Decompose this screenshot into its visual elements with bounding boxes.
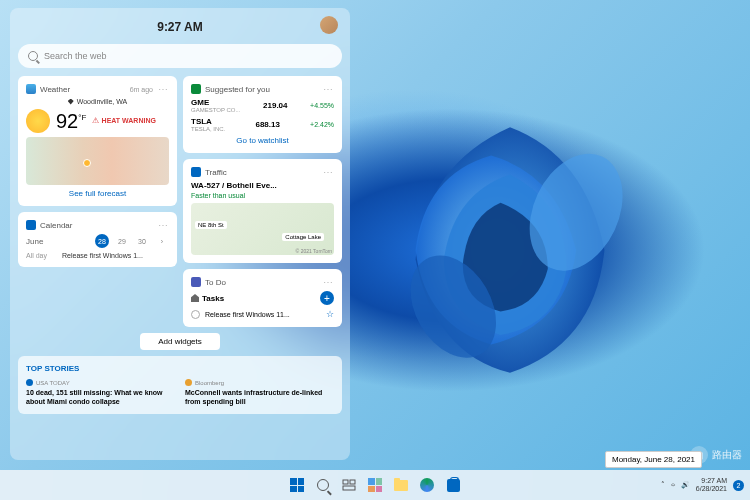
add-task-button[interactable]: + xyxy=(320,291,334,305)
calendar-card[interactable]: Calendar ⋯ June 28 29 30 › All day Relea… xyxy=(18,212,177,267)
tray-clock[interactable]: 9:27 AM 6/28/2021 xyxy=(696,477,727,494)
star-icon[interactable]: ☆ xyxy=(326,309,334,319)
calendar-icon xyxy=(26,220,36,230)
wifi-icon[interactable]: ⌔ xyxy=(671,482,675,489)
stocks-icon xyxy=(191,84,201,94)
search-box[interactable]: Search the web xyxy=(18,44,342,68)
svg-rect-4 xyxy=(343,486,355,490)
store-icon xyxy=(447,479,460,492)
news-item[interactable]: USA TODAY 10 dead, 151 still missing: Wh… xyxy=(26,379,175,406)
traffic-card[interactable]: Traffic ⋯ WA-527 / Bothell Eve... Faster… xyxy=(183,159,342,263)
widgets-icon xyxy=(368,478,382,492)
more-icon[interactable]: ⋯ xyxy=(157,220,169,230)
checkbox-icon[interactable] xyxy=(191,310,200,319)
task-view-button[interactable] xyxy=(338,474,360,496)
warning-icon: ⚠ xyxy=(92,116,99,125)
pin-icon xyxy=(68,99,74,105)
todo-card[interactable]: To Do ⋯ Tasks + Release first Windows 11… xyxy=(183,269,342,327)
add-widgets-button[interactable]: Add widgets xyxy=(140,333,220,350)
news-item[interactable]: Bloomberg McConnell wants infrastructure… xyxy=(185,379,334,406)
widgets-panel: 9:27 AM Search the web Weather 6m ago ⋯ … xyxy=(10,8,350,460)
todo-icon xyxy=(191,277,201,287)
chevron-up-icon[interactable]: ˄ xyxy=(661,481,665,489)
store-button[interactable] xyxy=(442,474,464,496)
bloom-graphic xyxy=(320,80,700,420)
search-button[interactable] xyxy=(312,474,334,496)
news-section: TOP STORIES USA TODAY 10 dead, 151 still… xyxy=(18,356,342,414)
search-icon xyxy=(317,479,329,491)
system-tray[interactable]: ˄ ⌔ 🔊 9:27 AM 6/28/2021 2 xyxy=(661,477,744,494)
folder-icon xyxy=(394,480,408,491)
more-icon[interactable]: ⋯ xyxy=(322,84,334,94)
volume-icon[interactable]: 🔊 xyxy=(681,481,690,489)
more-icon[interactable]: ⋯ xyxy=(157,84,169,94)
edge-button[interactable] xyxy=(416,474,438,496)
widgets-button[interactable] xyxy=(364,474,386,496)
explorer-button[interactable] xyxy=(390,474,412,496)
home-icon xyxy=(191,294,199,302)
more-icon[interactable]: ⋯ xyxy=(322,167,334,177)
windows-icon xyxy=(290,478,304,492)
todo-item[interactable]: Release first Windows 11... ☆ xyxy=(191,309,334,319)
notification-badge[interactable]: 2 xyxy=(733,480,744,491)
taskbar: ˄ ⌔ 🔊 9:27 AM 6/28/2021 2 xyxy=(0,470,750,500)
traffic-icon xyxy=(191,167,201,177)
start-button[interactable] xyxy=(286,474,308,496)
svg-rect-2 xyxy=(343,480,348,484)
weather-map xyxy=(26,137,169,185)
stocks-card[interactable]: Suggested for you ⋯ GMEGAMESTOP CO... 21… xyxy=(183,76,342,153)
forecast-link[interactable]: See full forecast xyxy=(26,189,169,198)
svg-rect-3 xyxy=(350,480,355,484)
weather-card[interactable]: Weather 6m ago ⋯ Woodinville, WA 92°F ⚠ … xyxy=(18,76,177,206)
calendar-days[interactable]: 28 29 30 › xyxy=(95,234,169,248)
date-tooltip: Monday, June 28, 2021 xyxy=(605,451,702,468)
stock-row[interactable]: GMEGAMESTOP CO... 219.04 +4.55% xyxy=(191,98,334,113)
edge-icon xyxy=(420,478,434,492)
more-icon[interactable]: ⋯ xyxy=(322,277,334,287)
traffic-map: NE 8th St Cottage Lake © 2021 TomTom xyxy=(191,203,334,255)
taskview-icon xyxy=(342,478,356,492)
sun-icon xyxy=(26,109,50,133)
search-placeholder: Search the web xyxy=(44,51,107,61)
weather-icon xyxy=(26,84,36,94)
stock-row[interactable]: TSLATESLA, INC. 688.13 +2.42% xyxy=(191,117,334,132)
search-icon xyxy=(28,51,38,61)
panel-time: 9:27 AM xyxy=(157,20,203,34)
user-avatar[interactable] xyxy=(320,16,338,34)
watchlist-link[interactable]: Go to watchlist xyxy=(191,136,334,145)
